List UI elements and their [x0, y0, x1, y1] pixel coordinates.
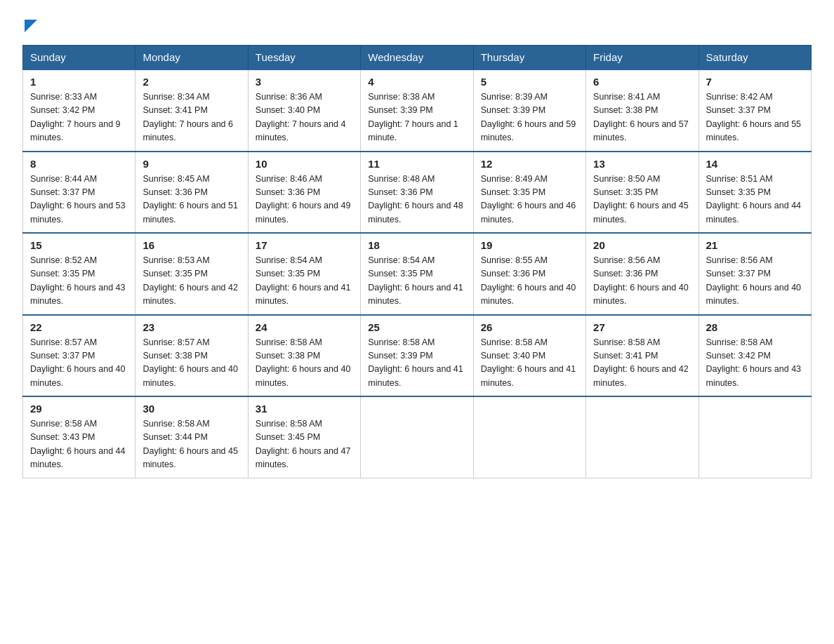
calendar-day-cell: 7 Sunrise: 8:42 AM Sunset: 3:37 PM Dayli…	[699, 69, 811, 152]
day-number: 31	[256, 403, 353, 415]
day-number: 20	[593, 239, 691, 251]
calendar-day-cell: 30 Sunrise: 8:58 AM Sunset: 3:44 PM Dayl…	[135, 396, 248, 478]
day-number: 13	[593, 158, 691, 170]
day-info: Sunrise: 8:39 AM Sunset: 3:39 PM Dayligh…	[481, 90, 578, 145]
day-info: Sunrise: 8:58 AM Sunset: 3:45 PM Dayligh…	[256, 417, 353, 472]
day-info: Sunrise: 8:33 AM Sunset: 3:42 PM Dayligh…	[30, 90, 128, 145]
calendar-week-row: 15 Sunrise: 8:52 AM Sunset: 3:35 PM Dayl…	[23, 233, 812, 315]
calendar-day-cell: 16 Sunrise: 8:53 AM Sunset: 3:35 PM Dayl…	[135, 233, 248, 315]
day-info: Sunrise: 8:58 AM Sunset: 3:43 PM Dayligh…	[30, 417, 128, 472]
day-info: Sunrise: 8:51 AM Sunset: 3:35 PM Dayligh…	[706, 173, 804, 227]
day-number: 17	[256, 239, 353, 251]
calendar-day-cell: 20 Sunrise: 8:56 AM Sunset: 3:36 PM Dayl…	[586, 233, 699, 315]
calendar-week-row: 8 Sunrise: 8:44 AM Sunset: 3:37 PM Dayli…	[23, 152, 812, 234]
calendar-day-cell: 8 Sunrise: 8:44 AM Sunset: 3:37 PM Dayli…	[23, 152, 135, 234]
day-number: 11	[368, 158, 465, 170]
calendar-day-cell: 5 Sunrise: 8:39 AM Sunset: 3:39 PM Dayli…	[473, 69, 585, 152]
day-number: 18	[368, 239, 465, 251]
day-number: 21	[706, 239, 804, 251]
day-info: Sunrise: 8:41 AM Sunset: 3:38 PM Dayligh…	[593, 90, 691, 145]
day-info: Sunrise: 8:45 AM Sunset: 3:36 PM Dayligh…	[143, 173, 240, 227]
calendar-week-row: 1 Sunrise: 8:33 AM Sunset: 3:42 PM Dayli…	[23, 69, 812, 152]
calendar-header-row: SundayMondayTuesdayWednesdayThursdayFrid…	[23, 46, 812, 70]
day-number: 5	[481, 76, 578, 88]
day-number: 25	[368, 321, 465, 333]
day-number: 9	[143, 158, 240, 170]
calendar-day-cell: 14 Sunrise: 8:51 AM Sunset: 3:35 PM Dayl…	[699, 152, 811, 234]
calendar-day-cell: 2 Sunrise: 8:34 AM Sunset: 3:41 PM Dayli…	[135, 69, 248, 152]
calendar-day-cell	[473, 396, 585, 478]
day-number: 28	[706, 321, 804, 333]
day-number: 3	[256, 76, 353, 88]
day-number: 22	[30, 321, 128, 333]
day-number: 16	[143, 239, 240, 251]
day-info: Sunrise: 8:58 AM Sunset: 3:42 PM Dayligh…	[706, 336, 804, 391]
day-info: Sunrise: 8:57 AM Sunset: 3:38 PM Dayligh…	[143, 336, 240, 391]
calendar-day-cell: 15 Sunrise: 8:52 AM Sunset: 3:35 PM Dayl…	[23, 233, 135, 315]
calendar-day-cell: 4 Sunrise: 8:38 AM Sunset: 3:39 PM Dayli…	[361, 69, 473, 152]
day-of-week-header: Friday	[586, 46, 699, 70]
day-of-week-header: Tuesday	[248, 46, 360, 70]
day-info: Sunrise: 8:57 AM Sunset: 3:37 PM Dayligh…	[30, 336, 128, 391]
day-number: 1	[30, 76, 128, 88]
day-info: Sunrise: 8:48 AM Sunset: 3:36 PM Dayligh…	[368, 173, 465, 227]
calendar-day-cell: 9 Sunrise: 8:45 AM Sunset: 3:36 PM Dayli…	[135, 152, 248, 234]
day-info: Sunrise: 8:52 AM Sunset: 3:35 PM Dayligh…	[30, 254, 128, 309]
day-info: Sunrise: 8:58 AM Sunset: 3:41 PM Dayligh…	[593, 336, 691, 391]
day-number: 29	[30, 403, 128, 415]
day-number: 24	[256, 321, 353, 333]
day-number: 30	[143, 403, 240, 415]
day-info: Sunrise: 8:44 AM Sunset: 3:37 PM Dayligh…	[30, 173, 128, 227]
day-info: Sunrise: 8:54 AM Sunset: 3:35 PM Dayligh…	[256, 254, 353, 309]
day-info: Sunrise: 8:49 AM Sunset: 3:35 PM Dayligh…	[481, 173, 578, 227]
calendar-day-cell: 17 Sunrise: 8:54 AM Sunset: 3:35 PM Dayl…	[248, 233, 360, 315]
calendar-day-cell: 24 Sunrise: 8:58 AM Sunset: 3:38 PM Dayl…	[248, 315, 360, 397]
day-info: Sunrise: 8:54 AM Sunset: 3:35 PM Dayligh…	[368, 254, 465, 309]
day-number: 26	[481, 321, 578, 333]
day-of-week-header: Wednesday	[361, 46, 473, 70]
calendar-day-cell	[361, 396, 473, 478]
calendar-day-cell: 1 Sunrise: 8:33 AM Sunset: 3:42 PM Dayli…	[23, 69, 135, 152]
svg-marker-0	[25, 20, 37, 32]
calendar-day-cell: 23 Sunrise: 8:57 AM Sunset: 3:38 PM Dayl…	[135, 315, 248, 397]
day-of-week-header: Monday	[135, 46, 248, 70]
day-info: Sunrise: 8:50 AM Sunset: 3:35 PM Dayligh…	[593, 173, 691, 227]
day-info: Sunrise: 8:53 AM Sunset: 3:35 PM Dayligh…	[143, 254, 240, 309]
day-info: Sunrise: 8:58 AM Sunset: 3:39 PM Dayligh…	[368, 336, 465, 391]
day-number: 6	[593, 76, 691, 88]
calendar-table: SundayMondayTuesdayWednesdayThursdayFrid…	[22, 45, 812, 478]
calendar-day-cell: 11 Sunrise: 8:48 AM Sunset: 3:36 PM Dayl…	[361, 152, 473, 234]
day-info: Sunrise: 8:34 AM Sunset: 3:41 PM Dayligh…	[143, 90, 240, 145]
calendar-week-row: 29 Sunrise: 8:58 AM Sunset: 3:43 PM Dayl…	[23, 396, 812, 478]
day-number: 10	[256, 158, 353, 170]
calendar-day-cell: 27 Sunrise: 8:58 AM Sunset: 3:41 PM Dayl…	[586, 315, 699, 397]
calendar-day-cell: 31 Sunrise: 8:58 AM Sunset: 3:45 PM Dayl…	[248, 396, 360, 478]
day-info: Sunrise: 8:58 AM Sunset: 3:44 PM Dayligh…	[143, 417, 240, 472]
day-of-week-header: Saturday	[699, 46, 811, 70]
calendar-day-cell: 10 Sunrise: 8:46 AM Sunset: 3:36 PM Dayl…	[248, 152, 360, 234]
logo	[22, 17, 37, 32]
logo-arrow-icon	[25, 20, 37, 35]
day-of-week-header: Thursday	[473, 46, 585, 70]
page-header	[22, 17, 812, 32]
day-info: Sunrise: 8:56 AM Sunset: 3:37 PM Dayligh…	[706, 254, 804, 309]
calendar-week-row: 22 Sunrise: 8:57 AM Sunset: 3:37 PM Dayl…	[23, 315, 812, 397]
day-info: Sunrise: 8:55 AM Sunset: 3:36 PM Dayligh…	[481, 254, 578, 309]
day-number: 15	[30, 239, 128, 251]
day-info: Sunrise: 8:36 AM Sunset: 3:40 PM Dayligh…	[256, 90, 353, 145]
calendar-day-cell: 21 Sunrise: 8:56 AM Sunset: 3:37 PM Dayl…	[699, 233, 811, 315]
day-number: 14	[706, 158, 804, 170]
calendar-day-cell: 3 Sunrise: 8:36 AM Sunset: 3:40 PM Dayli…	[248, 69, 360, 152]
day-info: Sunrise: 8:42 AM Sunset: 3:37 PM Dayligh…	[706, 90, 804, 145]
day-info: Sunrise: 8:58 AM Sunset: 3:40 PM Dayligh…	[481, 336, 578, 391]
calendar-day-cell: 19 Sunrise: 8:55 AM Sunset: 3:36 PM Dayl…	[473, 233, 585, 315]
day-number: 12	[481, 158, 578, 170]
day-info: Sunrise: 8:56 AM Sunset: 3:36 PM Dayligh…	[593, 254, 691, 309]
day-number: 2	[143, 76, 240, 88]
calendar-day-cell: 22 Sunrise: 8:57 AM Sunset: 3:37 PM Dayl…	[23, 315, 135, 397]
day-number: 7	[706, 76, 804, 88]
day-number: 8	[30, 158, 128, 170]
calendar-day-cell: 28 Sunrise: 8:58 AM Sunset: 3:42 PM Dayl…	[699, 315, 811, 397]
day-number: 23	[143, 321, 240, 333]
calendar-day-cell: 12 Sunrise: 8:49 AM Sunset: 3:35 PM Dayl…	[473, 152, 585, 234]
